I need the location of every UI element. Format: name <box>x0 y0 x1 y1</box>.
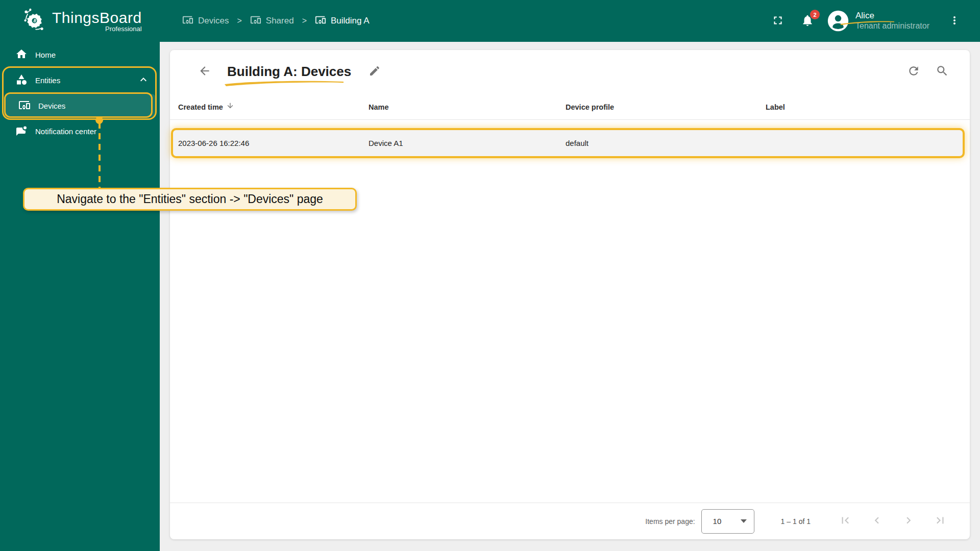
sidebar: Home Entities Devices Notification cen <box>0 42 160 551</box>
logo-title: ThingsBoard <box>52 10 142 26</box>
sidebar-item-notification-center[interactable]: Notification center <box>0 118 160 144</box>
devices-icon <box>250 14 261 28</box>
column-header-label[interactable]: Label <box>766 94 785 120</box>
fullscreen-icon <box>771 14 785 29</box>
column-header-created-time[interactable]: Created time <box>178 94 234 120</box>
last-page-button[interactable] <box>928 511 952 532</box>
last-page-icon <box>934 514 947 529</box>
next-page-button[interactable] <box>896 511 921 532</box>
notification-badge: 2 <box>810 10 820 19</box>
back-button[interactable] <box>194 61 215 82</box>
devices-icon <box>182 14 193 28</box>
main-content: Building A: Devices <box>160 42 980 551</box>
column-header-device-profile[interactable]: Device profile <box>566 94 614 120</box>
sidebar-item-entities[interactable]: Entities <box>0 67 160 93</box>
edit-title-button[interactable] <box>364 61 385 82</box>
card-toolbar: Building A: Devices <box>170 50 970 93</box>
notification-center-icon <box>15 124 28 138</box>
entities-icon <box>15 73 28 87</box>
breadcrumb-separator: > <box>302 16 307 26</box>
breadcrumb-separator: > <box>237 16 241 26</box>
sidebar-item-home[interactable]: Home <box>0 42 160 67</box>
thingsboard-logo[interactable]: ThingsBoard Professional <box>0 7 160 35</box>
page-title: Building A: Devices <box>227 64 351 80</box>
pencil-icon <box>369 65 381 79</box>
breadcrumb: Devices > Shared > Building A <box>182 14 370 28</box>
chevron-left-icon <box>870 514 884 529</box>
more-menu-button[interactable] <box>944 11 965 31</box>
table-footer: Items per page: 10 1 – 1 of 1 <box>170 503 970 539</box>
chevron-up-icon <box>137 73 150 87</box>
breadcrumb-item-devices[interactable]: Devices <box>182 14 229 28</box>
top-header: ThingsBoard Professional Devices > Share… <box>0 0 980 42</box>
refresh-icon <box>907 64 920 79</box>
first-page-button[interactable] <box>833 511 857 532</box>
sort-descending-icon <box>226 94 234 120</box>
search-icon <box>936 64 949 79</box>
breadcrumb-item-building-a[interactable]: Building A <box>315 14 370 28</box>
header-actions: 2 Alice Tenant administrator <box>768 10 980 32</box>
devices-card: Building A: Devices <box>170 50 970 539</box>
user-name: Alice <box>855 11 874 21</box>
user-name-underline-annotation <box>839 20 895 25</box>
dropdown-caret-icon <box>741 519 747 523</box>
previous-page-button[interactable] <box>865 511 889 532</box>
notifications-button[interactable]: 2 <box>797 11 818 31</box>
column-header-name[interactable]: Name <box>369 94 389 120</box>
user-info[interactable]: Alice Tenant administrator <box>855 11 937 31</box>
pagination-controls <box>833 511 952 532</box>
thingsboard-logo-icon <box>21 7 48 35</box>
chevron-right-icon <box>902 514 915 529</box>
first-page-icon <box>839 514 852 529</box>
sidebar-item-devices[interactable]: Devices <box>4 94 156 117</box>
devices-icon <box>18 99 31 113</box>
cell-device-profile: default <box>566 130 589 156</box>
fullscreen-button[interactable] <box>768 11 788 31</box>
cell-created-time: 2023-06-26 16:22:46 <box>178 130 249 156</box>
arrow-back-icon <box>198 64 211 79</box>
table-row-device-a1[interactable]: 2023-06-26 16:22:46 Device A1 default <box>171 128 965 158</box>
search-button[interactable] <box>932 61 952 82</box>
pagination-range-label: 1 – 1 of 1 <box>781 517 811 525</box>
refresh-button[interactable] <box>903 61 924 82</box>
page-title-underline-annotation <box>223 80 346 86</box>
table-header-row: Created time Name Device profile Label <box>170 94 970 120</box>
devices-icon <box>315 14 326 28</box>
breadcrumb-item-shared[interactable]: Shared <box>250 14 294 28</box>
kebab-menu-icon <box>948 14 961 28</box>
logo-subtitle: Professional <box>105 25 142 33</box>
cell-name: Device A1 <box>369 130 403 156</box>
home-icon <box>15 48 28 62</box>
items-per-page-label: Items per page: <box>645 517 695 525</box>
app-window: ThingsBoard Professional Devices > Share… <box>0 0 980 551</box>
items-per-page-select[interactable]: 10 <box>701 509 754 534</box>
